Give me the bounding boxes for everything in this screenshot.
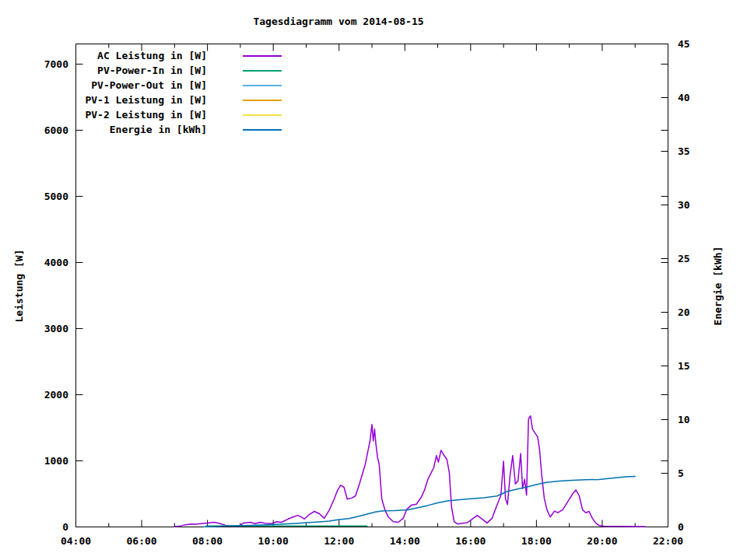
y-left-tick-label: 7000 bbox=[44, 58, 68, 70]
legend-item-pv2-leistung: PV-2 Leistung in [W] bbox=[70, 107, 282, 122]
legend-line-sample bbox=[243, 70, 282, 72]
y-left-tick-label: 4000 bbox=[44, 257, 68, 268]
y-left-tick-label: 5000 bbox=[44, 191, 68, 202]
y-right-tick-label: 0 bbox=[678, 521, 684, 533]
chart-canvas: Tagesdiagramm vom 2014-08-15 Leistung [W… bbox=[0, 0, 747, 560]
x-tick-label: 22:00 bbox=[653, 535, 683, 547]
y-right-tick-label: 40 bbox=[678, 92, 690, 103]
x-tick-label: 04:00 bbox=[61, 535, 91, 547]
x-tick-label: 16:00 bbox=[455, 535, 486, 547]
legend-label: PV-1 Leistung in [W] bbox=[70, 94, 207, 106]
y-left-tick-label: 6000 bbox=[44, 124, 68, 136]
x-tick-label: 12:00 bbox=[324, 535, 354, 547]
legend-line-sample bbox=[243, 85, 282, 86]
legend-label: PV-Power-Out in [W] bbox=[70, 79, 207, 91]
x-tick-label: 06:00 bbox=[126, 535, 156, 547]
legend-line-sample bbox=[243, 129, 282, 131]
legend-line-sample bbox=[243, 100, 282, 101]
y-right-tick-label: 15 bbox=[678, 360, 690, 372]
x-tick-label: 08:00 bbox=[192, 535, 223, 547]
y-right-tick-label: 5 bbox=[678, 467, 684, 479]
x-tick-label: 18:00 bbox=[521, 535, 552, 547]
legend-line-sample bbox=[243, 55, 282, 57]
legend-label: AC Leistung in [W] bbox=[70, 50, 207, 61]
y-right-tick-label: 30 bbox=[678, 199, 690, 211]
legend-item-pv-power-in: PV-Power-In in [W] bbox=[70, 63, 282, 78]
legend: AC Leistung in [W] PV-Power-In in [W] PV… bbox=[70, 48, 282, 137]
y-left-tick-label: 3000 bbox=[44, 323, 68, 334]
y-right-tick-label: 35 bbox=[678, 145, 690, 157]
y-left-tick-label: 0 bbox=[62, 521, 68, 533]
legend-label: Energie in [kWh] bbox=[70, 124, 207, 135]
y-left-tick-label: 1000 bbox=[44, 455, 68, 467]
legend-item-energie: Energie in [kWh] bbox=[70, 122, 282, 137]
series-line-energie-in-kwh bbox=[204, 477, 635, 527]
y-right-tick-label: 45 bbox=[678, 38, 690, 50]
legend-label: PV-Power-In in [W] bbox=[70, 65, 207, 76]
y-right-tick-label: 20 bbox=[678, 306, 690, 318]
series-line-ac-leistung-in-w bbox=[174, 416, 645, 527]
y-right-tick-label: 25 bbox=[678, 253, 690, 264]
legend-item-pv1-leistung: PV-1 Leistung in [W] bbox=[70, 93, 282, 107]
legend-line-sample bbox=[243, 114, 282, 116]
y-right-tick-label: 10 bbox=[678, 414, 690, 425]
legend-label: PV-2 Leistung in [W] bbox=[70, 109, 207, 121]
legend-item-ac-leistung: AC Leistung in [W] bbox=[70, 48, 282, 63]
x-tick-label: 10:00 bbox=[258, 535, 289, 547]
legend-item-pv-power-out: PV-Power-Out in [W] bbox=[70, 78, 282, 93]
x-tick-label: 20:00 bbox=[587, 535, 617, 547]
y-left-tick-label: 2000 bbox=[44, 389, 68, 401]
x-tick-label: 14:00 bbox=[390, 535, 420, 547]
